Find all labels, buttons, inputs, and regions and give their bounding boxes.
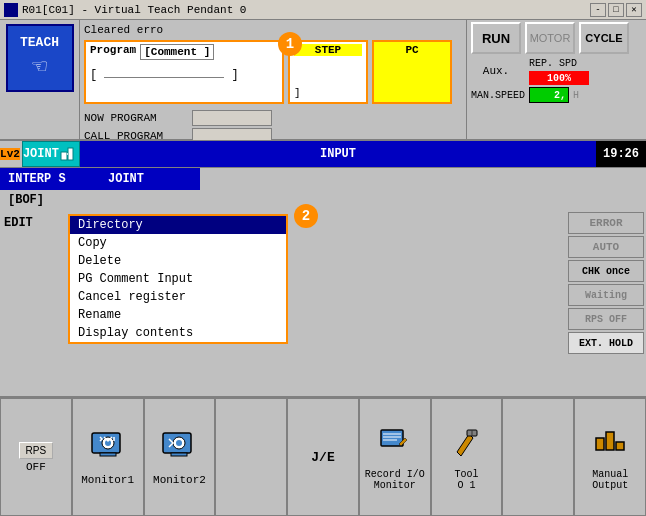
- aux-label: Aux.: [471, 65, 521, 77]
- svg-rect-1: [68, 148, 73, 160]
- rep-spd-label: REP. SPD: [529, 58, 577, 69]
- svg-point-9: [176, 440, 182, 446]
- close-button[interactable]: ✕: [626, 3, 642, 17]
- speed-bar: 100%: [529, 71, 589, 85]
- tool-label: Tool O 1: [455, 469, 479, 491]
- svg-rect-18: [606, 432, 614, 450]
- tool-button[interactable]: Tool O 1: [431, 398, 503, 516]
- dropdown-item-display-contents[interactable]: Display contents: [70, 324, 286, 342]
- monitor1-button[interactable]: Monitor1: [72, 398, 144, 516]
- step-label: STEP: [294, 44, 362, 56]
- bottom-bar: RPS OFF Monitor1: [0, 396, 646, 516]
- svg-rect-6: [100, 453, 116, 456]
- pc-label: PC: [378, 44, 446, 56]
- empty-slot-2: [502, 398, 574, 516]
- manual-output-button[interactable]: Manual Output: [574, 398, 646, 516]
- dropdown-container: 2 Directory Copy Delete PG Comment Input…: [68, 214, 288, 344]
- teach-label: TEACH: [20, 35, 59, 50]
- status-panel: ERROR AUTO CHK once Waiting RPS OFF EXT.…: [566, 210, 646, 396]
- rep-spd-row: REP. SPD: [529, 58, 642, 69]
- now-program-label: NOW PROGRAM: [84, 112, 184, 124]
- status-chk-once: CHK once: [568, 260, 644, 282]
- teach-hand-icon: ☜: [32, 52, 46, 81]
- badge-2: 2: [294, 204, 318, 228]
- program-header: Program [Comment ]: [90, 44, 278, 60]
- dropdown-item-rename[interactable]: Rename: [70, 306, 286, 324]
- right-top-row: RUN MOTOR CYCLE: [471, 22, 642, 54]
- cycle-button[interactable]: CYCLE: [579, 22, 629, 54]
- maximize-button[interactable]: □: [608, 3, 624, 17]
- monitor1-label: Monitor1: [81, 474, 134, 486]
- left-edit: EDIT 2 Directory Copy Delete PG Comment …: [0, 210, 566, 396]
- input-label: INPUT: [80, 141, 596, 167]
- man-speed-value: 2,: [529, 87, 569, 103]
- main-window: TEACH ☜ Cleared erro Program [Comment ] …: [0, 20, 646, 516]
- lv2-label: Lv2: [0, 148, 20, 160]
- dropdown-item-directory[interactable]: Directory: [70, 216, 286, 234]
- dropdown-item-delete[interactable]: Delete: [70, 252, 286, 270]
- man-speed-row: MAN.SPEED 2, H: [471, 87, 642, 103]
- dropdown-item-copy[interactable]: Copy: [70, 234, 286, 252]
- svg-rect-0: [61, 152, 67, 160]
- status-error: ERROR: [568, 212, 644, 234]
- top-area: TEACH ☜ Cleared erro Program [Comment ] …: [0, 20, 646, 140]
- edit-row: EDIT 2 Directory Copy Delete PG Comment …: [4, 214, 562, 344]
- minimize-button[interactable]: -: [590, 3, 606, 17]
- status-auto: AUTO: [568, 236, 644, 258]
- edit-label: EDIT: [4, 214, 64, 230]
- teach-button[interactable]: TEACH ☜: [6, 24, 74, 92]
- dropdown-item-cancel-register[interactable]: Cancel register: [70, 288, 286, 306]
- status-waiting: Waiting: [568, 284, 644, 306]
- program-box: Program [Comment ] [ ]: [84, 40, 284, 104]
- app-icon: [4, 3, 18, 17]
- title-bar: R01[C01] - Virtual Teach Pendant 0 - □ ✕: [0, 0, 646, 20]
- manual-output-label: Manual Output: [592, 469, 628, 491]
- robot-icon: [59, 144, 79, 164]
- program-area: Cleared erro Program [Comment ] [ ]: [80, 20, 466, 139]
- rps-label[interactable]: RPS: [19, 442, 54, 459]
- joint-button[interactable]: JOINT: [22, 141, 80, 167]
- svg-rect-10: [171, 453, 187, 456]
- interp-label: INTERP S: [0, 168, 100, 190]
- program-bracket: [ ]: [90, 68, 278, 82]
- edit-area: EDIT 2 Directory Copy Delete PG Comment …: [0, 210, 646, 396]
- dropdown-menu[interactable]: Directory Copy Delete PG Comment Input C…: [68, 214, 288, 344]
- je-label: J/E: [311, 450, 334, 465]
- program-row: Program [Comment ] [ ] STEP ]: [84, 40, 462, 104]
- record-io-icon: [377, 424, 413, 467]
- man-speed-h: H: [573, 90, 579, 101]
- now-program-row: NOW PROGRAM: [84, 110, 462, 126]
- svg-rect-19: [616, 442, 624, 450]
- off-label: OFF: [26, 461, 46, 473]
- record-io-button[interactable]: Record I/O Monitor: [359, 398, 431, 516]
- status-rps-off: RPS OFF: [568, 308, 644, 330]
- program-comment: [Comment ]: [140, 44, 214, 60]
- window-title: R01[C01] - Virtual Teach Pendant 0: [22, 4, 246, 16]
- monitor2-label: Monitor2: [153, 474, 206, 486]
- dropdown-item-pg-comment[interactable]: PG Comment Input: [70, 270, 286, 288]
- now-program-input[interactable]: [192, 110, 272, 126]
- run-button[interactable]: RUN: [471, 22, 521, 54]
- monitor1-icon: [90, 429, 126, 472]
- empty-slot-1: [215, 398, 287, 516]
- bof-label: [BOF]: [0, 191, 52, 209]
- je-button[interactable]: J/E: [287, 398, 359, 516]
- svg-rect-17: [596, 438, 604, 450]
- badge-1: 1: [278, 32, 302, 56]
- cleared-error: Cleared erro: [84, 24, 462, 36]
- bof-row: [BOF]: [0, 190, 646, 210]
- monitor2-icon: [161, 429, 197, 472]
- interp-joint-labels: INTERP S JOINT: [0, 168, 646, 190]
- joint-input-row: Lv2 JOINT INPUT 19:26: [0, 140, 646, 168]
- monitor2-button[interactable]: Monitor2: [144, 398, 216, 516]
- pc-box: PC: [372, 40, 452, 104]
- program-label: Program: [90, 44, 136, 60]
- record-io-label: Record I/O Monitor: [365, 469, 425, 491]
- status-ext-hold: EXT. HOLD: [568, 332, 644, 354]
- motor-button[interactable]: MOTOR: [525, 22, 575, 54]
- right-panel: RUN MOTOR CYCLE Aux. REP. SPD 100% MAN.S…: [466, 20, 646, 139]
- teach-section: TEACH ☜: [0, 20, 80, 139]
- tool-icon: [449, 424, 485, 467]
- man-speed-label: MAN.SPEED: [471, 90, 525, 101]
- rps-off-button[interactable]: RPS OFF: [0, 398, 72, 516]
